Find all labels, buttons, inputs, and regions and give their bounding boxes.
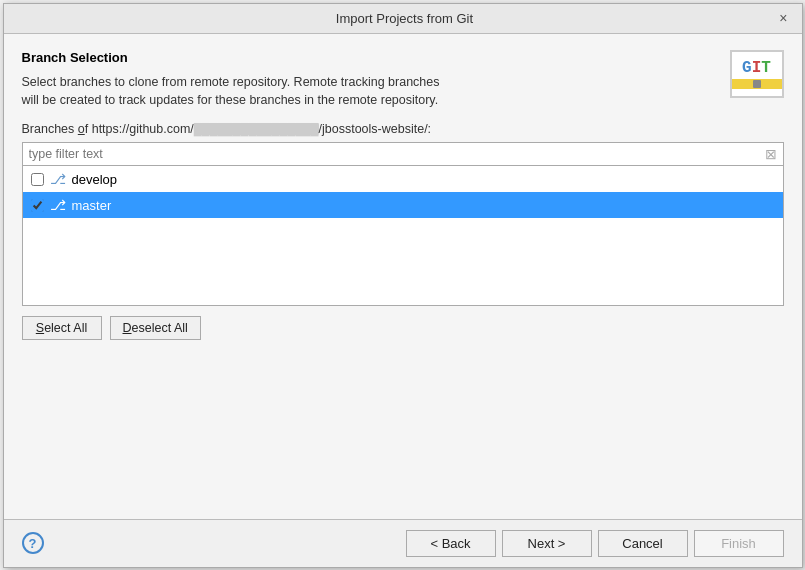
deselect-all-button[interactable]: Deselect All — [110, 316, 201, 340]
git-logo: GIT — [730, 50, 784, 98]
finish-button[interactable]: Finish — [694, 530, 784, 557]
branch-name-develop: develop — [72, 172, 118, 187]
dialog-footer: ? < Back Next > Cancel Finish — [4, 519, 802, 567]
help-button[interactable]: ? — [22, 532, 44, 554]
branch-checkbox-develop[interactable] — [31, 173, 44, 186]
deselect-all-label: eselect All — [132, 321, 188, 335]
select-all-label: elect All — [44, 321, 87, 335]
branch-item-develop[interactable]: ⎇ develop — [23, 166, 783, 192]
close-button[interactable]: × — [775, 11, 791, 25]
filter-input[interactable] — [29, 147, 765, 161]
dialog-body: GIT Branch Selection Select branches to … — [4, 34, 802, 519]
back-button[interactable]: < Back — [406, 530, 496, 557]
filter-row: ⊠ — [22, 142, 784, 166]
cancel-button[interactable]: Cancel — [598, 530, 688, 557]
import-dialog: Import Projects from Git × GIT Branch Se… — [3, 3, 803, 568]
branches-label: Branches of https://github.com/█████████… — [22, 122, 784, 136]
next-button[interactable]: Next > — [502, 530, 592, 557]
section-title: Branch Selection — [22, 50, 784, 65]
description-line1: Select branches to clone from remote rep… — [22, 75, 440, 89]
branch-item-master[interactable]: ⎇ master — [23, 192, 783, 218]
branch-list: ⎇ develop ⎇ master — [22, 166, 784, 306]
filter-clear-icon[interactable]: ⊠ — [765, 146, 777, 162]
dialog-title: Import Projects from Git — [34, 11, 776, 26]
select-all-button[interactable]: Select All — [22, 316, 102, 340]
branch-icon-master: ⎇ — [50, 197, 66, 213]
branch-icon-develop: ⎇ — [50, 171, 66, 187]
branch-checkbox-master[interactable] — [31, 199, 44, 212]
header-area: GIT Branch Selection Select branches to … — [22, 50, 784, 123]
action-buttons: Select All Deselect All — [22, 316, 784, 340]
branch-name-master: master — [72, 198, 112, 213]
title-bar: Import Projects from Git × — [4, 4, 802, 34]
description: Select branches to clone from remote rep… — [22, 73, 784, 111]
description-line2: will be created to track updates for the… — [22, 93, 439, 107]
